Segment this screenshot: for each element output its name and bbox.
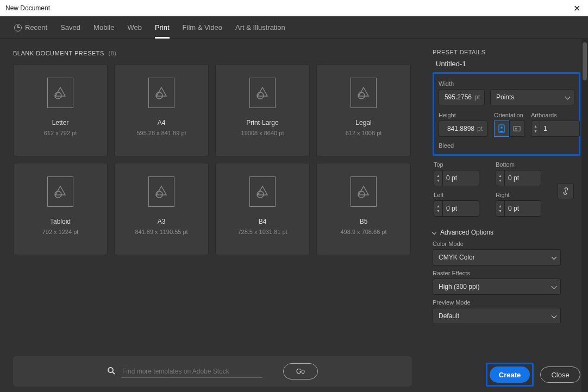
chevron-down-icon	[552, 313, 557, 318]
preset-dimensions: 612 x 1008 pt	[346, 130, 382, 136]
clock-icon	[14, 24, 22, 31]
units-select[interactable]: Points	[490, 89, 574, 105]
stepper-up-icon[interactable]: ▲	[534, 124, 537, 128]
document-icon	[351, 176, 377, 207]
create-button[interactable]: Create	[490, 366, 530, 383]
preset-dimensions: 792 x 1224 pt	[42, 229, 79, 235]
details-header: PRESET DETAILS	[433, 49, 588, 55]
preset-name: Tabloid	[50, 218, 71, 225]
preset-name: Letter	[52, 119, 69, 127]
orientation-landscape-button[interactable]	[509, 121, 524, 137]
preset-details-panel: PRESET DETAILS Untitled-1 Width 595.2756…	[425, 39, 588, 392]
color-mode-select[interactable]: CMYK Color	[433, 249, 561, 265]
tab-film-video[interactable]: Film & Video	[183, 16, 222, 39]
preset-dimensions: 612 x 792 pt	[44, 130, 77, 136]
preset-a4[interactable]: A4595.28 x 841.89 pt	[114, 64, 209, 156]
presets-header: BLANK DOCUMENT PRESETS (8)	[13, 50, 412, 56]
height-input[interactable]: 841.8898pt	[439, 121, 487, 137]
advanced-options-toggle[interactable]: Advanced Options	[433, 229, 579, 236]
presets-panel: BLANK DOCUMENT PRESETS (8) Letter612 x 7…	[0, 39, 425, 392]
artboards-input[interactable]: ▲▼ 1	[531, 121, 580, 137]
bleed-left-input[interactable]: ▲▼0 pt	[434, 200, 479, 217]
document-icon	[351, 78, 377, 108]
tabs: Recent Saved Mobile Web Print Film & Vid…	[0, 16, 588, 39]
preset-name: Legal	[355, 119, 371, 127]
chevron-down-icon	[565, 94, 571, 99]
go-button[interactable]: Go	[283, 363, 318, 380]
raster-effects-select[interactable]: High (300 ppi)	[433, 279, 561, 295]
svg-marker-10	[157, 186, 166, 195]
svg-marker-0	[55, 87, 65, 96]
svg-point-19	[501, 127, 503, 129]
preset-dimensions: 595.28 x 841.89 pt	[136, 130, 186, 136]
dimensions-highlight: Width 595.2756pt Points Height 841.8898p…	[433, 72, 580, 156]
bleed-section: Top ▲▼0 pt Bottom ▲▼0 pt Left	[433, 159, 579, 223]
svg-point-16	[108, 368, 113, 372]
preset-dimensions: 728.5 x 1031.81 pt	[237, 229, 287, 235]
tab-mobile[interactable]: Mobile	[93, 16, 114, 39]
preset-dimensions: 498.9 x 708.66 pt	[340, 229, 386, 235]
close-icon[interactable]: ✕	[571, 3, 583, 14]
preset-name: B5	[360, 218, 368, 225]
svg-marker-2	[157, 87, 166, 96]
create-highlight: Create	[486, 363, 534, 387]
document-icon	[148, 78, 174, 108]
chevron-down-icon	[432, 230, 436, 235]
tab-web[interactable]: Web	[127, 16, 142, 39]
close-button[interactable]: Close	[540, 366, 580, 383]
preset-a3[interactable]: A3841.89 x 1190.55 pt	[114, 163, 209, 255]
svg-line-17	[112, 372, 115, 374]
preset-print-large[interactable]: Print-Large19008 x 8640 pt	[215, 64, 310, 156]
preset-dimensions: 841.89 x 1190.55 pt	[135, 229, 187, 235]
chevron-down-icon	[552, 283, 557, 289]
preview-mode-select[interactable]: Default	[433, 308, 561, 324]
search-input[interactable]	[121, 365, 262, 378]
svg-marker-6	[359, 87, 368, 96]
bleed-top-input[interactable]: ▲▼0 pt	[434, 170, 479, 186]
search-bar: Go	[13, 356, 412, 387]
preset-legal[interactable]: Legal612 x 1008 pt	[316, 64, 411, 156]
preset-name: B4	[259, 218, 267, 225]
window-title: New Document	[5, 4, 50, 12]
preset-name: A3	[158, 218, 166, 225]
preset-b5[interactable]: B5498.9 x 708.66 pt	[316, 163, 411, 255]
width-input[interactable]: 595.2756pt	[439, 89, 485, 105]
svg-marker-8	[55, 186, 65, 195]
svg-marker-12	[258, 186, 267, 195]
preset-letter[interactable]: Letter612 x 792 pt	[13, 64, 108, 156]
preset-b4[interactable]: B4728.5 x 1031.81 pt	[215, 163, 310, 255]
orientation-portrait-button[interactable]	[494, 121, 509, 137]
stepper-down-icon[interactable]: ▼	[534, 129, 537, 133]
tab-label: Recent	[25, 23, 47, 31]
svg-point-21	[515, 128, 517, 130]
tab-print[interactable]: Print	[155, 16, 170, 39]
document-icon	[249, 78, 276, 108]
search-icon	[107, 366, 116, 377]
titlebar: New Document ✕	[0, 0, 588, 16]
bleed-bottom-input[interactable]: ▲▼0 pt	[496, 170, 541, 186]
bleed-right-input[interactable]: ▲▼0 pt	[496, 200, 541, 217]
tab-art-illustration[interactable]: Art & Illustration	[235, 16, 285, 39]
document-icon	[148, 176, 174, 207]
document-icon	[249, 176, 276, 207]
scrollbar[interactable]	[581, 39, 588, 392]
link-bleed-button[interactable]	[558, 183, 574, 199]
document-icon	[47, 78, 73, 108]
tab-saved[interactable]: Saved	[60, 16, 80, 39]
document-icon	[47, 176, 73, 207]
preset-tabloid[interactable]: Tabloid792 x 1224 pt	[13, 163, 108, 255]
preset-dimensions: 19008 x 8640 pt	[241, 130, 284, 136]
preset-name: Print-Large	[246, 119, 278, 127]
preset-name: A4	[158, 119, 166, 127]
document-name-input[interactable]: Untitled-1	[433, 60, 588, 68]
svg-marker-14	[359, 186, 368, 195]
chevron-down-icon	[552, 254, 557, 260]
tab-recent[interactable]: Recent	[14, 16, 47, 39]
advanced-options: Advanced Options Color Mode CMYK Color R…	[433, 229, 579, 324]
svg-marker-4	[258, 87, 267, 96]
